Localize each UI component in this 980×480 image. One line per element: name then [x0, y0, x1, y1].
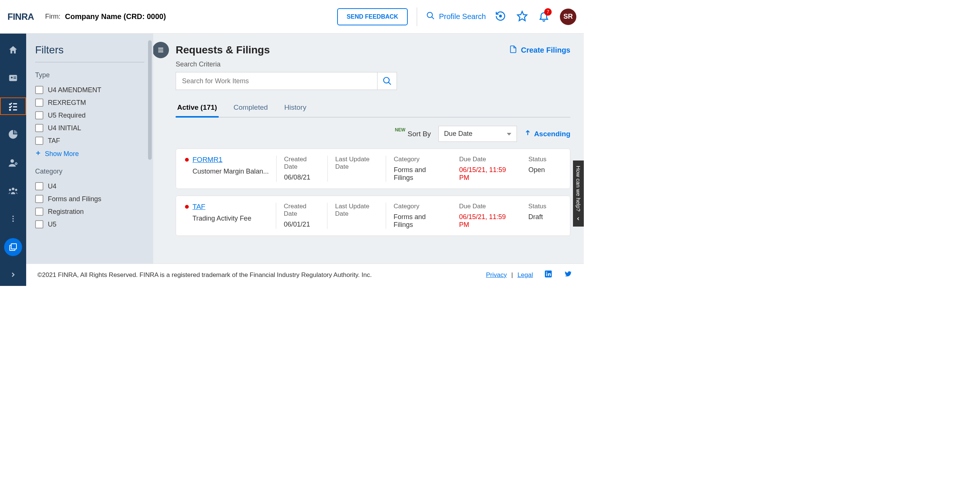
- expand-nav-button[interactable]: [0, 263, 26, 286]
- work-item-link[interactable]: FORMR1: [185, 156, 269, 164]
- filter-category-item[interactable]: Registration: [35, 205, 144, 218]
- checkbox[interactable]: [35, 220, 43, 228]
- nav-admin[interactable]: [0, 154, 26, 171]
- twitter-icon[interactable]: [564, 270, 572, 280]
- filter-type-item[interactable]: U5 Required: [35, 109, 144, 122]
- collapse-filters-button[interactable]: [153, 42, 169, 58]
- divider: |: [511, 271, 513, 279]
- linkedin-icon[interactable]: [544, 270, 552, 280]
- send-feedback-button[interactable]: SEND FEEDBACK: [337, 8, 408, 25]
- filter-category-item[interactable]: U5: [35, 218, 144, 231]
- category-value: Forms and Filings: [394, 166, 440, 182]
- sort-by-label: Sort By: [408, 130, 431, 138]
- search-input[interactable]: [176, 72, 377, 90]
- work-item-subtitle: Trading Activity Fee: [192, 215, 268, 222]
- arrow-up-icon: [524, 130, 531, 138]
- checkbox[interactable]: [35, 182, 43, 190]
- filter-label: U4 INITIAL: [48, 124, 81, 132]
- due-date: 06/15/21, 11:59 PM: [459, 213, 517, 229]
- created-date: 06/08/21: [284, 174, 320, 181]
- svg-line-1: [432, 17, 434, 19]
- checkbox[interactable]: [35, 86, 43, 94]
- filter-type-label: Type: [35, 71, 144, 79]
- divider: [417, 8, 417, 26]
- checkbox[interactable]: [35, 98, 43, 107]
- star-icon[interactable]: [517, 10, 528, 23]
- filter-type-item[interactable]: TAF: [35, 135, 144, 147]
- avatar[interactable]: SR: [560, 9, 576, 25]
- tab-history[interactable]: History: [283, 100, 308, 117]
- status-dot-icon: [185, 158, 189, 162]
- filter-category-item[interactable]: U4: [35, 180, 144, 193]
- svg-point-26: [383, 77, 389, 83]
- nav-reports[interactable]: [0, 125, 26, 143]
- nav-more[interactable]: [0, 210, 26, 228]
- col-label: Created Date: [284, 203, 320, 218]
- svg-point-5: [11, 77, 13, 79]
- search-button[interactable]: [377, 72, 397, 90]
- work-item-link[interactable]: TAF: [185, 203, 268, 211]
- help-tab-label: How can we help?: [575, 166, 582, 212]
- checkbox[interactable]: [35, 195, 43, 203]
- nav-tasks[interactable]: [0, 97, 26, 115]
- status-value: Draft: [528, 213, 561, 221]
- filter-label: REXREGTM: [48, 99, 86, 107]
- svg-rect-7: [13, 78, 16, 79]
- svg-point-19: [12, 220, 14, 222]
- privacy-link[interactable]: Privacy: [486, 271, 507, 279]
- created-date: 06/01/21: [284, 220, 320, 228]
- tab-completed[interactable]: Completed: [232, 100, 269, 117]
- checkbox[interactable]: [35, 124, 43, 132]
- tab-active[interactable]: Active (171): [176, 100, 219, 117]
- svg-point-17: [12, 216, 14, 217]
- svg-point-0: [427, 12, 433, 17]
- firm-label: Firm:: [45, 13, 60, 21]
- footer-copyright: ©2021 FINRA, All Rights Reserved. FINRA …: [37, 271, 372, 279]
- filter-label: U4: [48, 182, 56, 190]
- new-badge: NEW: [395, 127, 406, 133]
- chevron-left-icon: [575, 216, 582, 221]
- work-item-id: FORMR1: [192, 156, 223, 164]
- checkbox[interactable]: [35, 208, 43, 216]
- sort-order-label: Ascending: [534, 130, 570, 138]
- profile-search-label: Profile Search: [439, 12, 486, 21]
- sort-by-select[interactable]: Due Date: [438, 126, 517, 142]
- nav-windows-button[interactable]: [4, 238, 22, 256]
- sort-order-toggle[interactable]: Ascending: [524, 130, 570, 138]
- history-icon[interactable]: [495, 10, 506, 23]
- checkbox[interactable]: [35, 111, 43, 119]
- create-filings-label: Create Filings: [521, 46, 570, 54]
- col-label: Created Date: [284, 156, 320, 171]
- col-label: Status: [528, 156, 561, 163]
- search-criteria-label: Search Criteria: [176, 60, 570, 68]
- filter-label: TAF: [48, 137, 60, 145]
- svg-rect-30: [546, 273, 547, 276]
- bell-icon[interactable]: 7: [538, 10, 549, 23]
- filter-type-item[interactable]: U4 INITIAL: [35, 122, 144, 135]
- content-area: Requests & Filings Create Filings Search…: [153, 33, 584, 263]
- help-tab[interactable]: How can we help?: [573, 160, 584, 227]
- filter-label: Registration: [48, 208, 84, 216]
- filter-category-item[interactable]: Forms and Filings: [35, 193, 144, 205]
- work-item-row: FORMR1 Customer Margin Balan... Created …: [176, 149, 570, 189]
- filter-type-item[interactable]: U4 AMENDMENT: [35, 84, 144, 96]
- svg-rect-20: [11, 244, 16, 249]
- svg-point-13: [15, 163, 17, 165]
- show-more-button[interactable]: Show More: [35, 147, 144, 161]
- profile-search-link[interactable]: Profile Search: [426, 11, 486, 22]
- filters-title: Filters: [35, 44, 144, 62]
- col-label: Due Date: [459, 156, 517, 163]
- nav-groups[interactable]: [0, 182, 26, 199]
- col-label: Due Date: [459, 203, 517, 210]
- status-dot-icon: [185, 205, 189, 209]
- create-filings-link[interactable]: Create Filings: [509, 45, 570, 55]
- checkbox[interactable]: [35, 136, 43, 145]
- scrollbar[interactable]: [148, 40, 152, 160]
- filter-type-item[interactable]: REXREGTM: [35, 96, 144, 109]
- col-label: Last Update Date: [335, 156, 378, 171]
- legal-link[interactable]: Legal: [517, 271, 533, 279]
- filter-label: U4 AMENDMENT: [48, 86, 101, 94]
- nav-home[interactable]: [0, 41, 26, 59]
- svg-point-18: [12, 219, 14, 220]
- nav-profile[interactable]: [0, 69, 26, 87]
